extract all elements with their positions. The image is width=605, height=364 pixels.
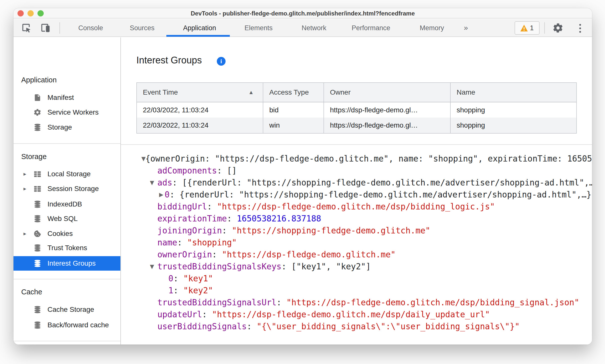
sidebar-item-web-sql[interactable]: Web SQL bbox=[13, 213, 120, 225]
window-title: DevTools - publisher-fledge-demo.glitch.… bbox=[13, 8, 592, 18]
interest-group-json-tree: ▼ {ownerOrigin: "https://dsp-fledge-demo… bbox=[121, 145, 592, 345]
tree-line-key1[interactable]: 0: "key1" bbox=[121, 273, 592, 285]
sidebar-item-back-forward-cache[interactable]: Back/forward cache bbox=[13, 319, 120, 331]
device-toolbar-icon[interactable] bbox=[40, 22, 51, 33]
more-options-kebab-icon[interactable] bbox=[578, 23, 583, 34]
active-tab-underline bbox=[166, 35, 230, 37]
page-title: Interest Groups bbox=[136, 55, 202, 66]
table-row[interactable]: 22/03/2022, 11:03:24 win https://dsp-fle… bbox=[137, 118, 576, 133]
tree-line-updateurl[interactable]: updateUrl: "https://dsp-fledge-demo.glit… bbox=[121, 309, 592, 321]
table-header-row: Event Time ▲ Access Type Owner Name bbox=[137, 83, 576, 102]
sidebar-item-storage[interactable]: Storage bbox=[13, 121, 120, 133]
table-icon bbox=[33, 185, 41, 193]
tree-line-ads[interactable]: ▼ ads: [{renderUrl: "https://shopping-fl… bbox=[121, 177, 592, 189]
toolbar-separator bbox=[544, 22, 545, 34]
tree-line-joiningorigin[interactable]: joiningOrigin: "https://shopping-fledge-… bbox=[121, 225, 592, 237]
expand-arrow-icon[interactable]: ▸ bbox=[23, 168, 26, 180]
title-bar: DevTools - publisher-fledge-demo.glitch.… bbox=[13, 8, 592, 18]
cell-owner: https://dsp-fledge-demo.gl… bbox=[324, 102, 451, 118]
warning-triangle-icon bbox=[520, 25, 528, 31]
tree-expanded-icon[interactable]: ▼ bbox=[150, 261, 154, 273]
expand-arrow-icon[interactable]: ▸ bbox=[23, 183, 26, 195]
info-icon[interactable]: i bbox=[217, 57, 226, 66]
tree-line-root[interactable]: ▼ {ownerOrigin: "https://dsp-fledge-demo… bbox=[121, 153, 592, 165]
sidebar-divider bbox=[13, 143, 121, 144]
inspect-element-icon[interactable] bbox=[21, 22, 32, 33]
sidebar-divider bbox=[13, 341, 121, 341]
cell-name: shopping bbox=[451, 102, 576, 118]
tree-expanded-icon[interactable]: ▼ bbox=[141, 153, 146, 165]
tree-line-expirationtime[interactable]: expirationTime: 1650538216.837188 bbox=[121, 213, 592, 225]
sidebar-item-indexeddb[interactable]: IndexedDB bbox=[13, 198, 120, 210]
more-tabs-icon[interactable]: » bbox=[464, 19, 468, 37]
cell-access-type: win bbox=[263, 118, 324, 133]
tab-memory[interactable]: Memory bbox=[420, 19, 444, 37]
sidebar-item-cache-storage[interactable]: Cache Storage bbox=[13, 304, 120, 316]
database-icon bbox=[33, 306, 41, 314]
section-header-storage: Storage bbox=[21, 151, 47, 163]
tab-performance[interactable]: Performance bbox=[352, 19, 390, 37]
database-icon bbox=[33, 259, 41, 267]
cell-event-time: 22/03/2022, 11:03:24 bbox=[137, 102, 263, 118]
tree-line-userbiddingsignals[interactable]: userBiddingSignals: "{\"user_bidding_sig… bbox=[121, 321, 592, 333]
section-header-cache: Cache bbox=[21, 286, 42, 298]
tab-console[interactable]: Console bbox=[78, 19, 103, 37]
sidebar-divider bbox=[13, 279, 121, 279]
tree-collapsed-icon[interactable]: ▶ bbox=[159, 189, 163, 201]
toolbar-separator bbox=[59, 22, 60, 34]
sort-ascending-icon[interactable]: ▲ bbox=[248, 89, 254, 96]
database-icon bbox=[33, 123, 41, 131]
warnings-badge-button[interactable]: 1 bbox=[515, 21, 540, 35]
table-row[interactable]: 22/03/2022, 11:03:24 bid https://dsp-fle… bbox=[137, 102, 576, 118]
cell-access-type: bid bbox=[263, 102, 324, 118]
sidebar-item-manifest[interactable]: Manifest bbox=[13, 92, 120, 104]
cookie-icon bbox=[33, 230, 41, 238]
settings-gear-icon[interactable] bbox=[553, 22, 564, 33]
warning-count: 1 bbox=[530, 24, 534, 32]
column-header-name[interactable]: Name bbox=[451, 83, 576, 102]
tab-application[interactable]: Application bbox=[183, 19, 216, 37]
sidebar-item-trust-tokens[interactable]: Trust Tokens bbox=[13, 242, 120, 254]
column-header-event-time[interactable]: Event Time ▲ bbox=[137, 83, 263, 102]
sidebar-item-interest-groups[interactable]: Interest Groups bbox=[13, 256, 120, 271]
tree-line-trustedbiddingsignalskeys[interactable]: ▼ trustedBiddingSignalsKeys: ["key1", "k… bbox=[121, 261, 592, 273]
column-header-access-type[interactable]: Access Type bbox=[263, 83, 324, 102]
tree-line-name[interactable]: name: "shopping" bbox=[121, 237, 592, 249]
sidebar-item-local-storage[interactable]: ▸ Local Storage bbox=[13, 168, 120, 180]
application-sidebar: Application Manifest Service Workers Sto… bbox=[13, 37, 121, 345]
section-header-application: Application bbox=[21, 74, 57, 86]
sidebar-item-service-workers[interactable]: Service Workers bbox=[13, 106, 120, 118]
database-icon bbox=[33, 200, 41, 208]
database-icon bbox=[33, 321, 41, 329]
gear-icon bbox=[33, 108, 41, 116]
tree-line-ownerorigin[interactable]: ownerOrigin: "https://dsp-fledge-demo.gl… bbox=[121, 249, 592, 261]
tree-expanded-icon[interactable]: ▼ bbox=[150, 177, 154, 189]
cell-event-time: 22/03/2022, 11:03:24 bbox=[137, 118, 263, 133]
interest-groups-panel: Interest Groups i Event Time ▲ Access Ty… bbox=[121, 37, 592, 345]
tab-network[interactable]: Network bbox=[302, 19, 326, 37]
tab-elements[interactable]: Elements bbox=[245, 19, 273, 37]
file-icon bbox=[33, 94, 41, 102]
tree-line-biddingurl[interactable]: biddingUrl: "https://dsp-fledge-demo.gli… bbox=[121, 201, 592, 213]
tab-sources[interactable]: Sources bbox=[130, 19, 154, 37]
expand-arrow-icon[interactable]: ▸ bbox=[23, 228, 26, 240]
sidebar-item-session-storage[interactable]: ▸ Session Storage bbox=[13, 183, 120, 195]
database-icon bbox=[33, 215, 41, 223]
tree-line-key2[interactable]: 1: "key2" bbox=[121, 285, 592, 297]
screenshot-stage: DevTools - publisher-fledge-demo.glitch.… bbox=[0, 0, 605, 364]
devtools-window: DevTools - publisher-fledge-demo.glitch.… bbox=[13, 8, 592, 345]
tree-line-trustedbiddingsignalsurl[interactable]: trustedBiddingSignalsUrl: "https://dsp-f… bbox=[121, 297, 592, 309]
interest-groups-table: Event Time ▲ Access Type Owner Name 22/0… bbox=[136, 82, 577, 134]
tree-line-adcomponents[interactable]: adComponents: [] bbox=[121, 165, 592, 177]
tree-line-ads-0[interactable]: ▶ 0: {renderUrl: "https://shopping-fledg… bbox=[121, 189, 592, 201]
cell-name: shopping bbox=[451, 118, 576, 133]
cell-owner: https://dsp-fledge-demo.gl… bbox=[324, 118, 451, 133]
devtools-toolbar: Console Sources Application Elements Net… bbox=[13, 19, 592, 37]
sidebar-item-cookies[interactable]: ▸ Cookies bbox=[13, 228, 120, 240]
table-icon bbox=[33, 170, 41, 178]
column-header-owner[interactable]: Owner bbox=[324, 83, 451, 102]
database-icon bbox=[33, 244, 41, 252]
